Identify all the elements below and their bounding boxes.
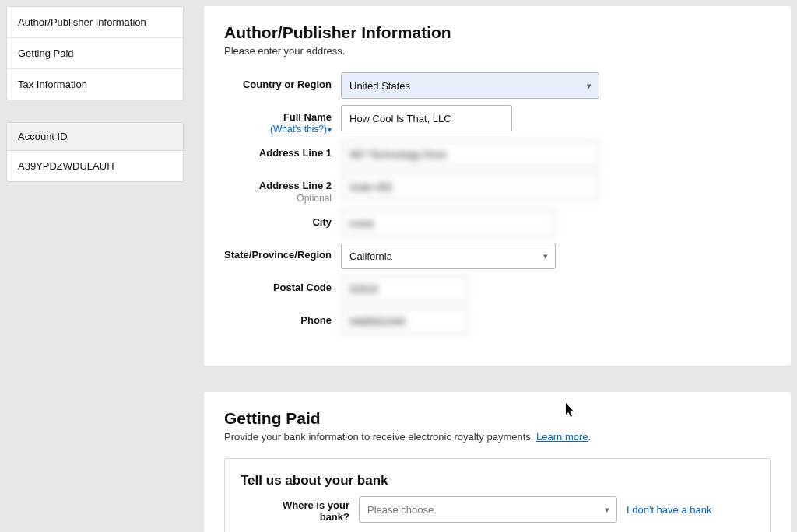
label-address1: Address Line 1 (224, 141, 341, 159)
getting-paid-title: Getting Paid (224, 409, 771, 428)
whats-this-link[interactable]: (What's this?)▾ (270, 124, 332, 135)
label-postal: Postal Code (224, 275, 341, 293)
getting-paid-panel: Getting Paid Provide your bank informati… (204, 392, 791, 532)
author-publisher-subtitle: Please enter your address. (224, 45, 771, 57)
sidebar-item-tax-information[interactable]: Tax Information (7, 69, 183, 100)
address-line-2-input[interactable] (341, 173, 599, 200)
bank-location-select[interactable] (359, 496, 617, 523)
author-publisher-panel: Author/Publisher Information Please ente… (204, 6, 791, 366)
chevron-down-icon: ▾ (328, 125, 332, 134)
full-name-input[interactable] (341, 105, 512, 131)
learn-more-link[interactable]: Learn more (536, 431, 588, 443)
getting-paid-subtitle: Provide your bank information to receive… (224, 431, 536, 443)
bank-section: Tell us about your bank Where is your ba… (224, 458, 771, 532)
postal-code-input[interactable] (341, 275, 469, 302)
account-id-value: A39YPDZWDULAUH (7, 151, 183, 181)
label-address2-optional: Optional (224, 193, 332, 204)
label-where-bank: Where is your bank? (241, 496, 349, 523)
address-line-1-input[interactable] (341, 141, 599, 167)
label-address2: Address Line 2 (259, 180, 332, 191)
label-country: Country or Region (224, 72, 341, 90)
sidebar-item-getting-paid[interactable]: Getting Paid (7, 38, 183, 69)
city-input[interactable] (341, 210, 556, 236)
account-id-label: Account ID (7, 123, 183, 151)
account-id-card: Account ID A39YPDZWDULAUH (6, 122, 184, 182)
state-select[interactable] (341, 243, 556, 269)
label-city: City (224, 210, 341, 228)
sidebar-item-author-publisher[interactable]: Author/Publisher Information (7, 7, 183, 38)
label-phone: Phone (224, 308, 341, 326)
no-bank-link[interactable]: I don't have a bank (627, 504, 711, 516)
author-publisher-title: Author/Publisher Information (224, 23, 771, 42)
label-full-name: Full Name (283, 111, 332, 123)
bank-section-title: Tell us about your bank (241, 473, 754, 488)
label-state: State/Province/Region (224, 243, 341, 261)
sidebar-nav: Author/Publisher Information Getting Pai… (6, 6, 184, 100)
country-select[interactable] (341, 72, 599, 99)
phone-input[interactable] (341, 308, 469, 334)
